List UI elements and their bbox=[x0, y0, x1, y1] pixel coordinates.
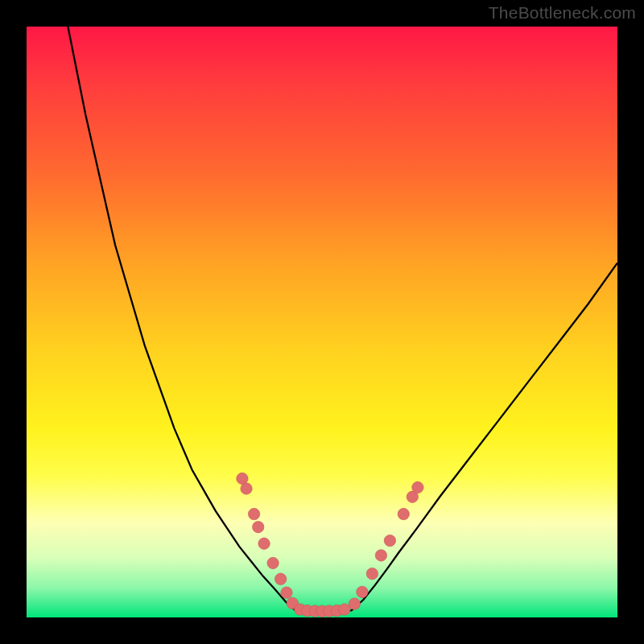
curve-marker bbox=[366, 568, 378, 579]
curve-marker bbox=[384, 535, 395, 546]
curve-marker bbox=[248, 508, 259, 519]
curve-marker bbox=[339, 604, 350, 615]
watermark-label: TheBottleneck.com bbox=[489, 3, 636, 23]
curve-markers bbox=[237, 473, 423, 617]
plot-area bbox=[27, 27, 617, 617]
curve-marker bbox=[349, 598, 360, 609]
curve-marker bbox=[412, 481, 423, 493]
curve-marker bbox=[357, 586, 368, 597]
curve-marker bbox=[267, 557, 279, 568]
curve-marker bbox=[281, 587, 292, 598]
bottleneck-curve bbox=[68, 27, 617, 613]
curve-marker bbox=[398, 508, 409, 519]
chart-outer-frame: TheBottleneck.com bbox=[0, 0, 644, 644]
curve-marker bbox=[253, 522, 264, 533]
chart-svg bbox=[27, 27, 617, 617]
curve-marker bbox=[275, 573, 286, 584]
curve-marker bbox=[241, 483, 252, 494]
curve-marker bbox=[375, 550, 386, 561]
curve-marker bbox=[258, 538, 270, 549]
